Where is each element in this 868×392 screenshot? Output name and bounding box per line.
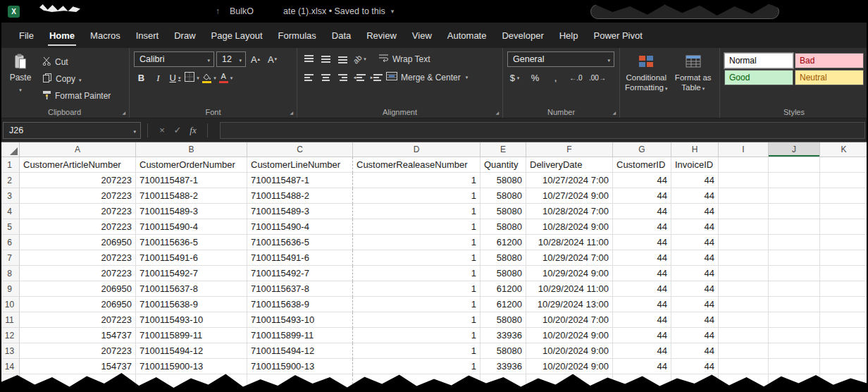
- cell-G9[interactable]: 44: [613, 281, 671, 297]
- font-color-button[interactable]: A: [218, 71, 233, 85]
- cell-E6[interactable]: 61200: [480, 235, 526, 250]
- tab-file[interactable]: File: [11, 23, 42, 48]
- tab-review[interactable]: Review: [359, 23, 404, 48]
- cell-C3[interactable]: 7100115488-2: [247, 188, 353, 204]
- increase-decimal-button[interactable]: ←.0: [569, 71, 583, 85]
- cell-G10[interactable]: 44: [613, 297, 671, 312]
- tab-home[interactable]: Home: [42, 23, 82, 48]
- cell-E2[interactable]: 58080: [480, 173, 526, 188]
- cell-D13[interactable]: 1: [353, 343, 480, 359]
- cell-I12[interactable]: [719, 328, 769, 343]
- decrease-decimal-button[interactable]: .00→: [589, 71, 606, 85]
- cell-H14[interactable]: 44: [671, 359, 719, 374]
- align-middle-button[interactable]: [318, 51, 333, 66]
- cell-A13[interactable]: 207223: [20, 343, 136, 359]
- cell-B4[interactable]: 7100115489-3: [136, 204, 247, 219]
- cell-B9[interactable]: 7100115637-8: [136, 281, 247, 297]
- cell-K2[interactable]: [820, 173, 868, 188]
- percent-format-button[interactable]: %: [528, 71, 542, 85]
- column-header-H[interactable]: H: [671, 142, 719, 157]
- cell-C8[interactable]: 7100115492-7: [247, 266, 353, 281]
- cell-G5[interactable]: 44: [613, 219, 671, 235]
- cell-J13[interactable]: [769, 343, 820, 359]
- cell-A3[interactable]: 207223: [20, 188, 136, 204]
- cell-K1[interactable]: [820, 157, 868, 173]
- cell-H7[interactable]: 44: [671, 250, 719, 266]
- cell-D2[interactable]: 1: [353, 173, 480, 188]
- cell-A9[interactable]: 206950: [20, 281, 136, 297]
- cell-D5[interactable]: 1: [353, 219, 480, 235]
- cell-K9[interactable]: [820, 281, 868, 297]
- cell-H6[interactable]: 44: [671, 235, 719, 250]
- cell-B5[interactable]: 7100115490-4: [136, 219, 247, 235]
- cell-I14[interactable]: [719, 359, 769, 374]
- cell-D10[interactable]: 1: [353, 297, 480, 312]
- align-top-button[interactable]: [302, 51, 316, 66]
- cell-H8[interactable]: 44: [671, 266, 719, 281]
- cell-G4[interactable]: 44: [613, 204, 671, 219]
- cell-I4[interactable]: [719, 204, 769, 219]
- row-header-7[interactable]: 7: [0, 250, 20, 266]
- cell-J1[interactable]: [769, 157, 820, 173]
- cell-G3[interactable]: 44: [613, 188, 671, 204]
- cell-J8[interactable]: [769, 266, 820, 281]
- select-all-button[interactable]: [0, 142, 20, 157]
- cell-I6[interactable]: [719, 235, 769, 250]
- tab-macros[interactable]: Macros: [82, 23, 128, 48]
- cell-A2[interactable]: 207223: [20, 173, 136, 188]
- cell-F1[interactable]: DeliveryDate: [526, 157, 613, 173]
- formula-input[interactable]: [220, 122, 865, 139]
- orientation-button[interactable]: ab: [352, 51, 367, 66]
- cell-D11[interactable]: 1: [353, 312, 480, 328]
- column-header-D[interactable]: D: [353, 142, 480, 157]
- cell-J5[interactable]: [769, 219, 820, 235]
- cell-B10[interactable]: 7100115638-9: [136, 297, 247, 312]
- cell-E13[interactable]: 58080: [480, 343, 526, 359]
- cell-K8[interactable]: [820, 266, 868, 281]
- cell-J4[interactable]: [769, 204, 820, 219]
- cell-B13[interactable]: 7100115494-12: [136, 343, 247, 359]
- cell-G13[interactable]: 44: [613, 343, 671, 359]
- cell-style-neutral[interactable]: Neutral: [795, 70, 864, 85]
- cell-B8[interactable]: 7100115492-7: [136, 266, 247, 281]
- cell-C9[interactable]: 7100115637-8: [247, 281, 353, 297]
- cell-I8[interactable]: [719, 266, 769, 281]
- paste-button[interactable]: Paste: [4, 51, 37, 106]
- cell-style-normal[interactable]: Normal: [724, 53, 793, 68]
- cell-H2[interactable]: 44: [671, 173, 719, 188]
- cell-D14[interactable]: 1: [353, 359, 480, 374]
- cell-I1[interactable]: [719, 157, 769, 173]
- cell-D9[interactable]: 1: [353, 281, 480, 297]
- cell-I9[interactable]: [719, 281, 769, 297]
- cell-K10[interactable]: [820, 297, 868, 312]
- tab-insert[interactable]: Insert: [128, 23, 167, 48]
- cell-E10[interactable]: 61200: [480, 297, 526, 312]
- cut-button[interactable]: Cut: [42, 54, 111, 69]
- cell-A4[interactable]: 207223: [20, 204, 136, 219]
- row-header-13[interactable]: 13: [0, 343, 20, 359]
- row-header-2[interactable]: 2: [0, 173, 20, 188]
- cell-E11[interactable]: 58080: [480, 312, 526, 328]
- row-header-3[interactable]: 3: [0, 188, 20, 204]
- cell-E8[interactable]: 58080: [480, 266, 526, 281]
- cell-I3[interactable]: [719, 188, 769, 204]
- cell-A7[interactable]: 207223: [20, 250, 136, 266]
- dialog-launcher-icon[interactable]: ◢: [495, 111, 499, 115]
- row-header-14[interactable]: 14: [0, 359, 20, 374]
- align-center-button[interactable]: [318, 70, 333, 85]
- wrap-text-button[interactable]: Wrap Text: [378, 54, 430, 64]
- cell-C4[interactable]: 7100115489-3: [247, 204, 353, 219]
- cell-I13[interactable]: [719, 343, 769, 359]
- comma-format-button[interactable]: ,: [548, 71, 563, 85]
- cell-D6[interactable]: 1: [353, 235, 480, 250]
- tab-data[interactable]: Data: [324, 23, 359, 48]
- tab-page-layout[interactable]: Page Layout: [204, 23, 271, 48]
- cell-K11[interactable]: [820, 312, 868, 328]
- tab-power-pivot[interactable]: Power Pivot: [585, 23, 650, 48]
- borders-button[interactable]: [185, 71, 199, 85]
- cell-F5[interactable]: 10/28/2024 9:00: [526, 219, 613, 235]
- format-painter-button[interactable]: Format Painter: [42, 88, 111, 103]
- cell-G8[interactable]: 44: [613, 266, 671, 281]
- fill-color-button[interactable]: [202, 71, 216, 85]
- format-as-table-button[interactable]: Format as Table: [671, 51, 716, 106]
